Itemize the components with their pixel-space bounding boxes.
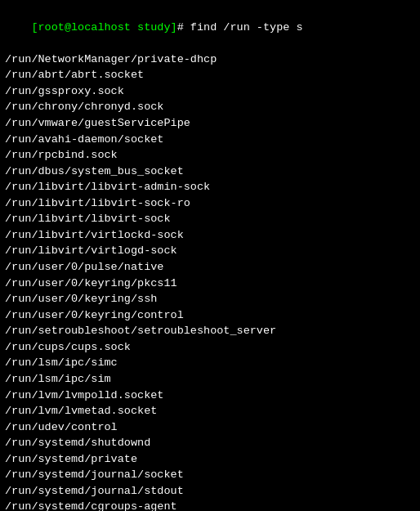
list-item: /run/lsm/ipc/simc [5,355,415,371]
list-item: /run/libvirt/libvirt-admin-sock [5,179,415,195]
list-item: /run/rpcbind.sock [5,147,415,164]
list-item: /run/lvm/lvmetad.socket [5,403,415,419]
list-item: /run/avahi-daemon/socket [5,132,415,148]
list-item: /run/abrt/abrt.socket [5,67,415,83]
command-text: find /run -type s [190,21,303,34]
terminal-window: [root@localhost study]# find /run -type … [0,0,420,511]
list-item: /run/chrony/chronyd.sock [5,99,415,115]
prompt-hash: # [177,21,190,34]
list-item: /run/dbus/system_bus_socket [5,164,415,180]
list-item: /run/libvirt/libvirt-sock [5,211,415,227]
list-item: /run/libvirt/libvirt-sock-ro [5,195,415,212]
command-line: [root@localhost study]# find /run -type … [5,3,415,52]
list-item: /run/user/0/keyring/pkcs11 [5,276,415,292]
list-item: /run/systemd/private [5,451,415,468]
list-item: /run/udev/control [5,419,415,436]
list-item: /run/NetworkManager/private-dhcp [5,52,415,68]
list-item: /run/user/0/keyring/ssh [5,291,415,307]
list-item: /run/cups/cups.sock [5,339,415,356]
prompt-prefix: [root@localhost study] [31,21,176,34]
list-item: /run/user/0/keyring/control [5,307,415,324]
list-item: /run/vmware/guestServicePipe [5,115,415,132]
list-item: /run/user/0/pulse/native [5,259,415,276]
list-item: /run/gssproxy.sock [5,83,415,100]
list-item: /run/setroubleshoot/setroubleshoot_serve… [5,323,415,339]
list-item: /run/systemd/cgroups-agent [5,499,415,511]
list-item: /run/lvm/lvmpolld.socket [5,388,415,404]
list-item: /run/systemd/journal/socket [5,467,415,483]
list-item: /run/systemd/journal/stdout [5,483,415,500]
list-item: /run/systemd/shutdownd [5,435,415,451]
list-item: /run/libvirt/virtlogd-sock [5,243,415,259]
list-item: /run/lsm/ipc/sim [5,371,415,388]
list-item: /run/libvirt/virtlockd-sock [5,227,415,244]
output-lines: /run/NetworkManager/private-dhcp /run/ab… [5,52,415,511]
